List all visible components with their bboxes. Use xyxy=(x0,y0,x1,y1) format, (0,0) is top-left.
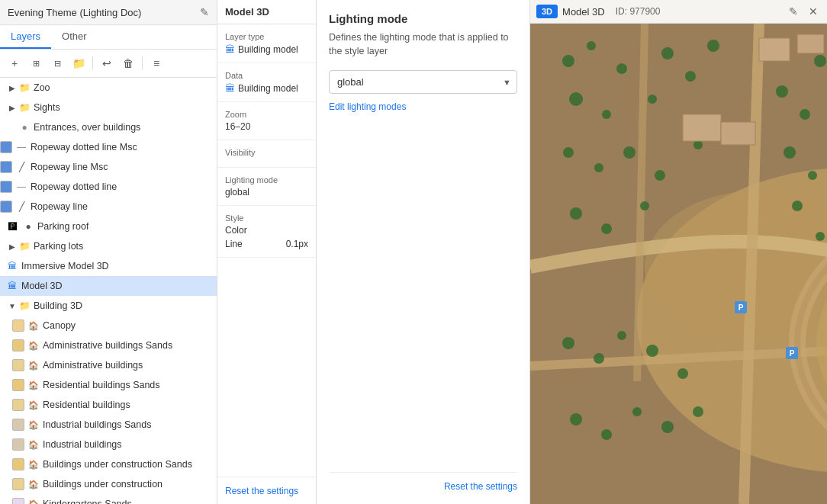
map-svg: B18 A1 A2 A3 D7 D6 A5 S5 P P P P 📷 📍 i M… xyxy=(530,0,827,504)
layer-type-value: 🏛 Building model xyxy=(225,43,308,55)
svg-point-28 xyxy=(655,170,665,181)
add-group-button[interactable]: ⊞ xyxy=(26,53,46,73)
svg-point-23 xyxy=(648,95,657,104)
layer-item-industrial-sands[interactable]: 🏠 Industrial buildings Sands xyxy=(0,415,217,435)
layer-item-admin-sands[interactable]: 🏠 Administrative buildings Sands xyxy=(0,335,217,355)
building-icon: 🏠 xyxy=(27,438,40,451)
zoom-value: 16–20 xyxy=(225,121,308,132)
layer-item-zoo[interactable]: ▶ 📁 Zoo xyxy=(0,78,217,98)
layer-name: Sights xyxy=(34,102,60,113)
layer-item-parking-roof[interactable]: 🅿 ● Parking roof xyxy=(0,217,217,236)
layer-item-ropeway-dotted-msc[interactable]: ┄┄ Ropeway dotted line Msc xyxy=(0,137,217,157)
layer-item-construction-sands[interactable]: 🏠 Buildings under construction Sands xyxy=(0,454,217,474)
layer-item-sights[interactable]: ▶ 📁 Sights xyxy=(0,98,217,117)
svg-point-29 xyxy=(693,140,703,149)
building-model-icon: 🏛 xyxy=(225,43,235,55)
layer-item-ropeway-line[interactable]: ╱ Ropeway line xyxy=(0,197,217,217)
data-label: Data xyxy=(225,71,308,80)
svg-point-37 xyxy=(800,109,810,120)
svg-point-21 xyxy=(661,47,674,59)
visibility-label: Visibility xyxy=(225,148,308,157)
lighting-select-wrapper: global ambient diffuse specular ▼ xyxy=(329,70,517,94)
building-icon: 🏠 xyxy=(27,458,40,470)
building-icon: 🏠 xyxy=(27,339,40,352)
edit-icon[interactable]: ✎ xyxy=(200,6,209,18)
add-layer-button[interactable]: + xyxy=(5,53,24,73)
layer-name: Model 3D xyxy=(21,281,63,291)
delete-button[interactable]: 🗑 xyxy=(118,53,138,73)
layer-name: Ropeway line Msc xyxy=(31,162,108,172)
dashed-line-icon: ┄┄ xyxy=(15,181,27,193)
properties-title: Model 3D xyxy=(225,6,269,18)
building-icon: 🏛 xyxy=(6,280,18,292)
lighting-mode-value: global xyxy=(225,187,308,197)
undo-button[interactable]: ↩ xyxy=(97,53,117,73)
layer-item-model3d[interactable]: 🏛 Model 3D xyxy=(0,276,217,296)
layer-item-entrances[interactable]: ● Entrances, over buildings xyxy=(0,117,217,137)
toggle-icon[interactable]: ▶ xyxy=(6,101,18,114)
layer-item-canopy[interactable]: 🏠 Canopy xyxy=(0,316,217,335)
svg-point-18 xyxy=(616,63,627,74)
toggle-icon[interactable]: ▶ xyxy=(6,82,18,94)
lighting-spacer xyxy=(329,112,517,472)
color-swatch xyxy=(12,498,24,504)
edit-lighting-modes-link[interactable]: Edit lighting modes xyxy=(329,101,517,112)
color-swatch xyxy=(0,181,12,193)
layer-item-industrial[interactable]: 🏠 Industrial buildings xyxy=(0,435,217,454)
map-area: 3D Model 3D ID: 977900 ✎ ✕ xyxy=(530,0,827,504)
map-top-bar: 3D Model 3D ID: 977900 ✎ ✕ xyxy=(530,0,827,24)
reset-settings-link[interactable]: Reset the settings xyxy=(225,486,298,496)
building-icon: 🏠 xyxy=(27,478,40,490)
layer-item-immersive[interactable]: 🏛 Immersive Model 3D xyxy=(0,256,217,276)
tab-other[interactable]: Other xyxy=(51,25,98,49)
filter-button[interactable]: ≡ xyxy=(146,53,166,73)
svg-rect-77 xyxy=(759,38,790,61)
color-swatch xyxy=(12,438,24,451)
svg-point-36 xyxy=(776,85,788,98)
line-row: Line 0.1px xyxy=(225,239,308,249)
tab-layers[interactable]: Layers xyxy=(0,25,51,49)
layer-item-construction[interactable]: 🏠 Buildings under construction xyxy=(0,474,217,494)
collapse-button[interactable]: ⊟ xyxy=(47,53,67,73)
data-section: Data 🏛 Building model xyxy=(217,63,316,102)
lighting-mode-panel: Lighting mode Defines the lighting mode … xyxy=(317,0,530,504)
layer-item-admin[interactable]: 🏠 Administrative buildings xyxy=(0,355,217,375)
layer-item-residential[interactable]: 🏠 Residential buildings xyxy=(0,395,217,415)
map-edit-icon[interactable]: ✎ xyxy=(786,4,801,19)
dashed-line-icon: ┄┄ xyxy=(15,141,27,153)
layer-item-residential-sands[interactable]: 🏠 Residential buildings Sands xyxy=(0,375,217,395)
layer-item-parking-lots[interactable]: ▶ 📁 Parking lots xyxy=(0,236,217,256)
lighting-mode-select[interactable]: global ambient diffuse specular xyxy=(329,70,517,94)
reset-section: Reset the settings xyxy=(217,477,316,504)
svg-point-30 xyxy=(570,207,582,220)
layer-name: Ropeway line xyxy=(31,201,88,212)
layer-item-ropeway-dotted[interactable]: ┄┄ Ropeway dotted line xyxy=(0,177,217,197)
layer-name: Industrial buildings Sands xyxy=(43,419,151,430)
building-icon: 🏠 xyxy=(27,419,40,431)
toggle-icon[interactable]: ▶ xyxy=(6,240,18,252)
lighting-panel-desc: Defines the lighting mode that is applie… xyxy=(329,31,517,58)
building-icon: 🏛 xyxy=(6,260,18,272)
color-swatch xyxy=(0,161,12,173)
map-close-icon[interactable]: ✕ xyxy=(806,4,821,19)
reset-settings-link-lighting[interactable]: Reset the settings xyxy=(444,481,517,492)
folder-button[interactable]: 📁 xyxy=(69,53,88,73)
visibility-section: Visibility xyxy=(217,140,316,168)
layer-name: Immersive Model 3D xyxy=(21,261,109,271)
layer-item-ropeway-line-msc[interactable]: ╱ Ropeway line Msc xyxy=(0,157,217,177)
folder-icon: 📁 xyxy=(18,82,31,94)
toggle-icon[interactable]: ▼ xyxy=(6,300,18,312)
color-swatch xyxy=(12,458,24,470)
svg-point-27 xyxy=(623,146,636,159)
svg-rect-80 xyxy=(721,122,755,145)
line-icon: ╱ xyxy=(15,201,27,213)
layer-name: Canopy xyxy=(43,320,76,331)
dot-icon: ● xyxy=(18,121,31,133)
building-icon: 🏠 xyxy=(27,399,40,411)
color-swatch xyxy=(12,419,24,431)
zoom-label: Zoom xyxy=(225,110,308,119)
svg-point-24 xyxy=(707,40,719,52)
layer-item-kindergartens-sands[interactable]: 🏠 Kindergartens Sands xyxy=(0,494,217,504)
layer-name: Industrial buildings xyxy=(43,439,122,450)
layer-item-building3d[interactable]: ▼ 📁 Building 3D xyxy=(0,296,217,316)
